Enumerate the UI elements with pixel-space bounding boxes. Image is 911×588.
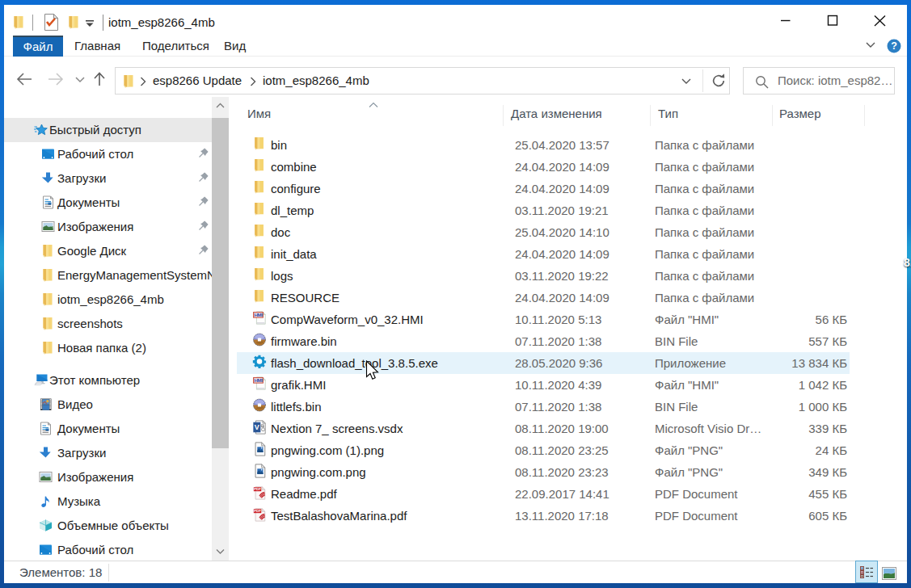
svg-text:PDF: PDF (254, 487, 261, 491)
svg-text:HMI: HMI (254, 377, 263, 383)
svg-text:V: V (255, 423, 259, 431)
svg-text:PDF: PDF (254, 509, 261, 513)
svg-text:?: ? (891, 40, 897, 52)
svg-text:HMI: HMI (254, 312, 263, 317)
